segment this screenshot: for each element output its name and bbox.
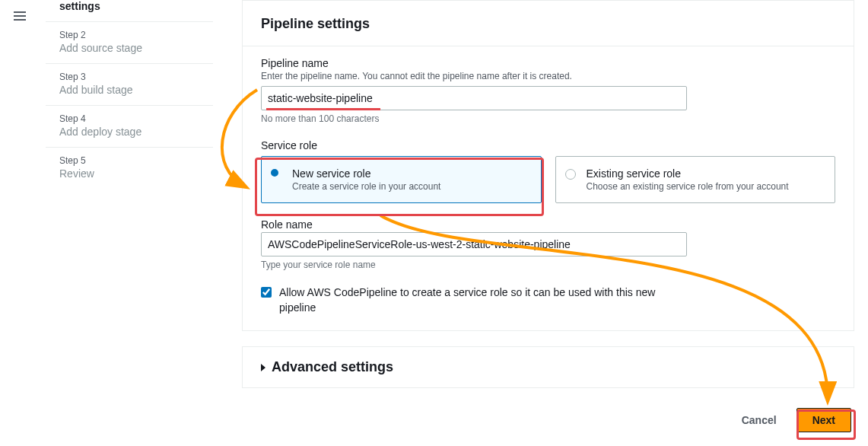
panel-title: Pipeline settings [243,1,854,38]
role-name-input[interactable] [261,232,687,256]
sidebar-step-4[interactable]: Step 4 Add deploy stage [46,105,213,147]
service-role-radio-group: New service role Create a service role i… [261,156,835,203]
sidebar-step-label: Add deploy stage [59,126,141,138]
advanced-settings-toggle[interactable]: Advanced settings [243,347,854,387]
footer-buttons: Cancel Next [242,403,854,432]
sidebar-step-5[interactable]: Step 5 Review [46,147,213,189]
next-button[interactable]: Next [796,408,851,432]
radio-icon [565,169,576,180]
pipeline-name-field: Pipeline name Enter the pipeline name. Y… [261,57,835,124]
advanced-settings-title: Advanced settings [272,359,393,375]
field-hint: Type your service role name [261,260,835,270]
radio-existing-service-role[interactable]: Existing service role Choose an existing… [555,156,836,203]
sidebar-step-num: Step 3 [59,72,199,82]
sidebar-step-num: Step 2 [59,30,199,40]
allow-create-role-row: Allow AWS CodePipeline to create a servi… [261,285,835,315]
sidebar-step-label: settings [59,0,100,12]
field-label: Role name [261,218,835,231]
radio-desc: Choose an existing service role from you… [587,181,826,192]
sidebar-step-current[interactable]: settings [46,0,213,21]
service-role-field: Service role New service role Create a s… [261,139,835,203]
caret-right-icon [261,364,265,371]
allow-create-role-checkbox[interactable] [261,287,272,298]
radio-desc: Create a service role in your account [292,181,532,192]
advanced-settings-panel: Advanced settings [242,346,854,388]
radio-icon [271,169,278,177]
sidebar-step-num: Step 5 [59,155,199,166]
radio-new-service-role[interactable]: New service role Create a service role i… [261,156,542,203]
radio-title: New service role [292,167,532,180]
wizard-steps-sidebar: settings Step 2 Add source stage Step 3 … [46,0,213,189]
hamburger-icon [14,11,26,13]
role-name-field: Role name Type your service role name [261,218,835,270]
pipeline-name-input[interactable] [261,86,687,110]
field-label: Pipeline name [261,57,835,69]
sidebar-step-3[interactable]: Step 3 Add build stage [46,63,213,105]
sidebar-step-label: Add source stage [59,42,142,54]
checkbox-label: Allow AWS CodePipeline to create a servi… [279,285,675,315]
sidebar-step-num: Step 4 [59,113,199,124]
cancel-button[interactable]: Cancel [727,408,792,432]
field-label: Service role [261,139,835,151]
main-content: Pipeline settings Pipeline name Enter th… [242,0,854,432]
sidebar-step-label: Review [59,167,94,180]
menu-toggle[interactable] [14,9,26,23]
field-hint: No more than 100 characters [261,113,835,124]
field-desc: Enter the pipeline name. You cannot edit… [261,71,835,81]
pipeline-settings-panel: Pipeline settings Pipeline name Enter th… [242,0,854,331]
sidebar-step-label: Add build stage [59,84,133,96]
radio-title: Existing service role [587,167,826,180]
sidebar-step-2[interactable]: Step 2 Add source stage [46,21,213,63]
